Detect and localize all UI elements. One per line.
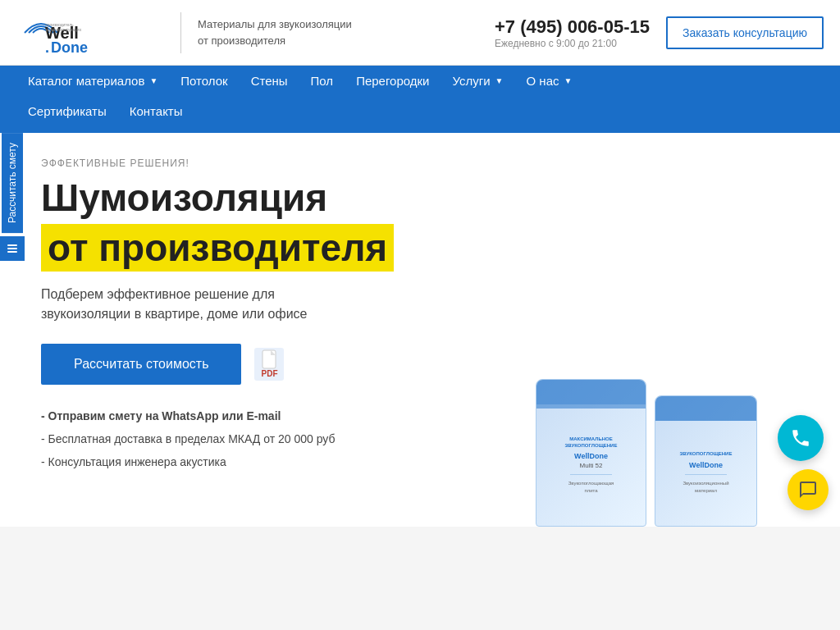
feature-consultation: - Консультация инженера акустика — [41, 450, 428, 473]
header-tagline: Материалы для звукоизоляции от производи… — [198, 16, 495, 48]
nav-item-certificates[interactable]: Сертификаты — [16, 96, 118, 126]
chevron-down-icon-about: ▼ — [564, 76, 572, 85]
nav-item-services[interactable]: Услуги ▼ — [441, 66, 514, 96]
svg-rect-6 — [7, 248, 17, 249]
header-hours: Ежедневно с 9:00 до 21:00 — [495, 38, 650, 49]
logo-area: Well . Done производитель звукоизолирующ… — [16, 10, 164, 55]
phone-icon — [790, 427, 811, 449]
float-call-button[interactable] — [778, 415, 824, 461]
bag2-brand: WellDone — [680, 461, 733, 469]
svg-rect-8 — [262, 350, 276, 368]
nav-item-walls[interactable]: Стены — [240, 66, 299, 96]
product-bags: МАКСИМАЛЬНОЕЗВУКОПОГЛОЩЕНИЕ WellDone Mul… — [536, 379, 757, 527]
hero-description: Подберем эффективное решение для звукоиз… — [41, 285, 428, 324]
feature-whatsapp: - Отправим смету на WhatsApp или E-mail — [41, 404, 428, 427]
nav-item-floor[interactable]: Пол — [299, 66, 345, 96]
navigation: Каталог материалов ▼ Потолок Стены Пол П… — [0, 66, 840, 133]
bag1-brand: WellDone — [565, 452, 618, 460]
svg-rect-5 — [7, 244, 17, 246]
hero-title-highlight: от производителя — [41, 224, 394, 272]
side-tab-container: Рассчитать смету — [0, 133, 25, 527]
svg-text:звукоизолирующих: звукоизолирующих — [45, 27, 82, 32]
hero-content: ЭФФЕКТИВНЫЕ РЕШЕНИЯ! Шумоизоляция от про… — [0, 133, 453, 527]
hero-features: - Отправим смету на WhatsApp или E-mail … — [41, 404, 428, 473]
pdf-file-icon — [261, 349, 277, 369]
pdf-label: PDF — [261, 369, 277, 378]
hero-subtitle: ЭФФЕКТИВНЫЕ РЕШЕНИЯ! — [41, 158, 428, 169]
side-tab-list-icon[interactable] — [0, 236, 25, 261]
bag1-model: Multi 52 — [565, 462, 618, 469]
header-phone: +7 (495) 006-05-15 — [495, 16, 650, 38]
side-tab-calculate[interactable]: Рассчитать смету — [2, 133, 23, 233]
header-phone-area: +7 (495) 006-05-15 Ежедневно с 9:00 до 2… — [495, 16, 650, 49]
pdf-download-button[interactable]: PDF — [254, 348, 284, 381]
header-divider — [180, 12, 181, 53]
calculate-cost-button[interactable]: Рассчитать стоимость — [41, 344, 241, 385]
list-icon — [6, 242, 19, 255]
nav-row2: Сертификаты Контакты — [16, 96, 824, 133]
product-bag-2: ЗВУКОПОГЛОЩЕНИЕ WellDone Звукоизоляционн… — [655, 395, 757, 527]
product-bag-1: МАКСИМАЛЬНОЕЗВУКОПОГЛОЩЕНИЕ WellDone Mul… — [536, 379, 646, 527]
chat-icon — [798, 480, 818, 500]
nav-item-ceiling[interactable]: Потолок — [169, 66, 239, 96]
chevron-down-icon: ▼ — [149, 76, 158, 85]
hero-title-line1: Шумоизоляция — [41, 177, 428, 219]
bag2-title: ЗВУКОПОГЛОЩЕНИЕ — [680, 450, 733, 457]
chevron-down-icon-services: ▼ — [495, 76, 504, 85]
svg-text:.: . — [45, 39, 49, 55]
hero-section: Рассчитать смету ЭФФЕКТИВНЫЕ РЕШЕНИЯ! Шу… — [0, 133, 840, 527]
nav-item-catalog[interactable]: Каталог материалов ▼ — [16, 66, 169, 96]
consultation-button[interactable]: Заказать консультацию — [666, 16, 824, 49]
hero-image-area: МАКСИМАЛЬНОЕЗВУКОПОГЛОЩЕНИЕ WellDone Mul… — [453, 133, 840, 527]
svg-rect-7 — [7, 251, 17, 253]
bag1-title: МАКСИМАЛЬНОЕЗВУКОПОГЛОЩЕНИЕ — [565, 436, 618, 450]
float-chat-button[interactable] — [788, 469, 829, 510]
feature-delivery: - Бесплатная доставка в пределах МКАД от… — [41, 427, 428, 450]
hero-button-row: Рассчитать стоимость PDF — [41, 344, 428, 385]
nav-row1: Каталог материалов ▼ Потолок Стены Пол П… — [16, 66, 824, 96]
svg-text:Done: Done — [51, 39, 88, 55]
header: Well . Done производитель звукоизолирующ… — [0, 0, 840, 66]
nav-item-contacts[interactable]: Контакты — [118, 96, 194, 126]
nav-item-partitions[interactable]: Перегородки — [345, 66, 441, 96]
nav-item-about[interactable]: О нас ▼ — [515, 66, 584, 96]
logo: Well . Done производитель звукоизолирующ… — [16, 10, 131, 55]
